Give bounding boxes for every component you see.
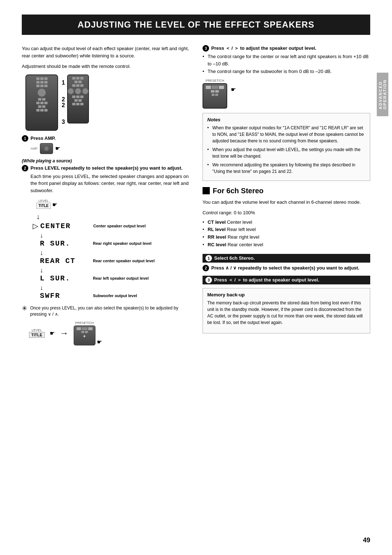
hand-cursor1: ☛	[55, 145, 60, 152]
hand-cursor2: ☛	[52, 201, 57, 208]
r-nav-left	[206, 86, 211, 89]
notes-title: Notes	[207, 117, 366, 122]
control-range: Control range: 0 to 100%	[203, 209, 370, 216]
nav-right	[88, 327, 93, 330]
page-header: ADJUSTING THE LEVEL OF THE EFFECT SPEAKE…	[22, 15, 370, 35]
bottom-remote-top-row	[77, 327, 93, 330]
bullet2: The control range for the subwoofer is f…	[203, 68, 370, 75]
amp-remote-icon	[40, 143, 53, 154]
rr-desc: Rear right level	[228, 234, 259, 240]
level-list: CT level Center level RL level Rear left…	[203, 219, 370, 249]
step-6ch-3-title: Press ＜ / ＞ to adjust the speaker output…	[214, 277, 319, 283]
speaker-rsur-desc: Rear right speaker output level	[93, 241, 151, 246]
notes-list: When the speaker output modes for "1A CE…	[207, 125, 366, 175]
step-6ch-1-title: Select 6ch Stereo.	[214, 255, 255, 261]
tip-asterisk-icon: ✳	[22, 305, 27, 312]
speaker-lsur-name: L SUR.	[40, 274, 87, 283]
remote-btn10	[38, 98, 41, 101]
hand-cursor3: ☛	[97, 339, 102, 345]
right-nav-row1	[206, 86, 224, 89]
right-remote-box	[203, 83, 227, 109]
remote-btn11	[42, 98, 45, 101]
sec-btn16	[80, 103, 83, 105]
speaker-center-name: CENTER	[40, 222, 87, 230]
square-icon	[203, 188, 209, 194]
remote-btn7	[36, 85, 40, 87]
ct-level: CT level Center level	[203, 219, 370, 226]
preseton-label: PRESET/CH	[75, 321, 94, 325]
sec-btn14	[72, 103, 75, 105]
while-playing-label: (While playing a source)	[22, 158, 189, 163]
sec-circle3	[82, 88, 89, 94]
amp-circle	[44, 146, 49, 151]
step1-title: Press AMP.	[30, 135, 56, 141]
sec-btn11	[80, 96, 83, 98]
hand-cursor-right: ☛	[231, 86, 236, 93]
sec-btn7	[76, 84, 79, 87]
remote-diagram: 1 2 2 3	[25, 74, 189, 131]
section-icon	[203, 187, 210, 194]
right-nav-row2	[211, 90, 219, 93]
right-column: 3 Press ＜ / ＞ to adjust the speaker outp…	[203, 45, 370, 349]
speaker-rsur-name: R SUR.	[40, 239, 87, 248]
bullet1: The control range for the center or rear…	[203, 53, 370, 67]
r-nav-up	[211, 90, 215, 93]
bottom-title-text: TITLE	[31, 333, 42, 337]
step1-num: 1	[22, 135, 28, 142]
ct-desc: Center level	[227, 219, 252, 225]
section-intro: You can adjust the volume level for each…	[203, 199, 370, 206]
speaker-row-lsur: L SUR. Rear left speaker output level	[33, 274, 189, 283]
step-6ch-2-num: 2	[203, 265, 209, 271]
svg-rect-0	[203, 188, 209, 194]
level-text: LEVEL	[36, 199, 51, 203]
remote-btn6	[44, 81, 48, 84]
sec-btn4	[74, 81, 78, 83]
memory-text: The memory back-up circuit prevents the …	[207, 300, 366, 326]
section-6ch-header: For 6ch Stereo	[203, 187, 370, 195]
r-nav-right	[219, 86, 224, 89]
remote-btn4	[36, 81, 40, 84]
remote-btn17	[36, 109, 40, 112]
speaker-row-rearct: REAR CT Rear center speaker output level	[33, 257, 189, 265]
note1: When the speaker output modes for "1A CE…	[207, 125, 366, 144]
step-6ch-2-title: Press ∧ / ∨ repeatedly to select the spe…	[211, 265, 359, 271]
right-nav-row3	[212, 94, 218, 96]
step-6ch-2-rest: speaker(s) you want to adjust.	[292, 265, 359, 271]
page-number: 49	[363, 536, 370, 544]
step2: 2 Press LEVEL repeatedly to select the s…	[22, 165, 189, 194]
remote-circle1	[37, 88, 46, 97]
nav-center	[82, 327, 87, 330]
step3-bullets: The control range for the center or rear…	[203, 53, 370, 75]
arrow-right-big: →	[60, 328, 69, 338]
advanced-operation-label: ADVANCEDOPERATION	[377, 73, 388, 116]
bottom-level-title: LEVEL TITLE	[29, 328, 45, 338]
repeatedly-label: repeatedly to select the	[238, 265, 291, 271]
step-6ch-2: 2 Press ∧ / ∨ repeatedly to select the s…	[203, 265, 370, 271]
label-1: 1	[62, 80, 65, 86]
sec-btn1	[72, 77, 75, 80]
tip-section: ✳ Once you press LEVEL, you can also sel…	[22, 305, 189, 317]
arrow-down-icon: ↓	[36, 212, 189, 221]
step-6ch-1-bar: 1 Select 6ch Stereo.	[203, 254, 370, 263]
remote-btn16	[42, 105, 45, 108]
remote-btn13	[40, 102, 44, 104]
arrow-down-lsur: ↓	[40, 284, 189, 292]
notes-box: Notes When the speaker output modes for …	[203, 113, 370, 181]
press-symbol: ∧ / ∨	[225, 265, 238, 271]
memory-box: Memory back-up The memory back-up circui…	[203, 288, 370, 333]
speaker-row-center: ▷ CENTER Center speaker output level	[33, 222, 189, 230]
right-preseton-label: PRESET/CH	[205, 79, 224, 82]
step-6ch-3-num: 3	[205, 277, 212, 283]
right-remote-diagram: PRESET/CH	[203, 79, 227, 109]
bottom-remote-box: +	[74, 325, 95, 345]
r-nav-center	[212, 86, 218, 89]
step3-num: 3	[203, 45, 209, 52]
sec-btn2	[76, 77, 79, 80]
sec-btn8	[80, 84, 83, 87]
advanced-text: ADVANCEDOPERATION	[378, 80, 387, 110]
rl-desc: Rear left level	[227, 227, 256, 232]
main-remote	[25, 74, 58, 131]
title-text: TITLE	[38, 204, 49, 208]
page-title: ADJUSTING THE LEVEL OF THE EFFECT SPEAKE…	[29, 20, 363, 30]
rl-label: RL level	[208, 227, 226, 232]
